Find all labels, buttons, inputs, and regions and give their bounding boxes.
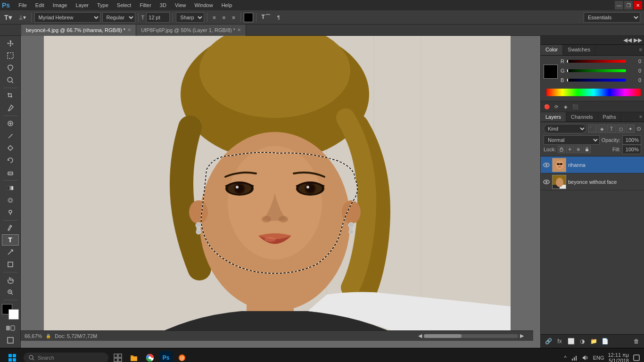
layer-rihanna-visibility[interactable] [543, 161, 550, 169]
new-group-btn[interactable]: 📁 [589, 337, 598, 346]
char-panel-btn[interactable]: ¶ [275, 13, 282, 22]
font-style-select[interactable]: Regular [102, 12, 135, 23]
tab-beyonce[interactable]: beyoncé-4.jpg @ 66.7% (rihanna, RGB/8) *… [21, 25, 136, 36]
start-button[interactable] [4, 349, 21, 362]
opacity-input[interactable] [622, 135, 641, 145]
align-right-btn[interactable]: ≡ [230, 13, 237, 22]
tab-second[interactable]: UfP8Fq6P.jpg @ 50% (Layer 1, RGB/8) * ✕ [136, 25, 246, 36]
menu-type[interactable]: Type [93, 1, 112, 9]
menu-edit[interactable]: Edit [32, 1, 48, 9]
lock-all-icon[interactable] [583, 146, 591, 153]
adjustment-icon[interactable]: ◈ [561, 102, 570, 111]
gradient-tool[interactable] [2, 182, 19, 194]
text-color-swatch[interactable] [244, 13, 253, 22]
dodge-tool[interactable] [2, 207, 19, 218]
layer-beyonce-visibility[interactable] [543, 178, 550, 186]
filter-shape-icon[interactable]: ◻ [617, 124, 625, 133]
menu-layer[interactable]: Layer [72, 1, 92, 9]
add-style-btn[interactable]: fx [555, 337, 564, 346]
taskview-btn[interactable] [111, 351, 124, 362]
lock-pixels-icon[interactable] [558, 146, 565, 153]
collapse-panel-icon[interactable]: ▶▶ [634, 37, 642, 43]
color-panel-menu[interactable]: ≡ [637, 45, 644, 55]
link-layers-btn[interactable]: 🔗 [544, 337, 553, 346]
taskbar-expand-icon[interactable]: ^ [564, 355, 566, 361]
filter-toggle[interactable]: ⊙ [636, 125, 641, 132]
layers-kind-select[interactable]: Kind [544, 124, 586, 133]
workspace-select[interactable]: Essentials [584, 12, 640, 23]
layer-item-beyonce[interactable]: beyonce without face [541, 173, 644, 190]
taskbar-other-icon[interactable]: @ [175, 351, 189, 362]
delete-layer-btn[interactable]: 🗑 [632, 337, 641, 346]
restore-button[interactable]: ❐ [624, 1, 633, 9]
layer-item-rihanna[interactable]: rihanna [541, 156, 644, 173]
tab-beyonce-close[interactable]: ✕ [127, 27, 131, 33]
clone-stamp-tool[interactable] [2, 142, 19, 154]
spot-healing-tool[interactable] [2, 118, 19, 129]
path-selection-tool[interactable] [2, 247, 19, 258]
layers-panel-menu[interactable]: ≡ [637, 112, 644, 122]
filter-pixel-icon[interactable]: ⬛ [588, 124, 597, 133]
zoom-tool[interactable] [2, 287, 19, 298]
nav-left-icon[interactable]: ◀ [418, 333, 422, 339]
menu-filter[interactable]: Filter [136, 1, 155, 9]
filter-adjust-icon[interactable]: ◈ [598, 124, 606, 133]
colorize-icon[interactable]: 🔴 [543, 102, 551, 111]
taskbar-search[interactable]: Search [24, 353, 108, 362]
type-tool-option[interactable]: T▾ [2, 12, 14, 23]
3d-rotate-icon[interactable]: ⟳ [552, 102, 561, 111]
lock-position-icon[interactable]: ✛ [566, 146, 574, 153]
blue-slider[interactable] [567, 79, 626, 82]
move-tool[interactable] [2, 38, 19, 49]
nav-right-icon[interactable]: ▶ [520, 333, 524, 339]
tab-color[interactable]: Color [541, 45, 563, 55]
shape-tool[interactable] [2, 259, 19, 270]
eyedropper-tool[interactable] [2, 102, 19, 114]
chrome-btn[interactable] [143, 351, 157, 362]
menu-view[interactable]: View [171, 1, 190, 9]
color-spectrum[interactable] [546, 89, 641, 96]
filter-smart-icon[interactable]: ✦ [626, 124, 635, 133]
anti-alias-select[interactable]: Sharp [176, 12, 204, 23]
green-slider[interactable] [567, 69, 626, 72]
type-tool[interactable]: T [2, 234, 19, 246]
red-slider[interactable] [567, 60, 626, 63]
menu-image[interactable]: Image [49, 1, 71, 9]
tab-second-close[interactable]: ✕ [237, 27, 241, 33]
tab-paths[interactable]: Paths [598, 112, 621, 122]
canvas[interactable] [44, 36, 511, 341]
filter-type-icon[interactable]: T [607, 124, 616, 133]
menu-file[interactable]: File [15, 1, 31, 9]
expand-panel-icon[interactable]: ◀◀ [623, 37, 632, 43]
font-size-input[interactable] [146, 12, 170, 23]
lasso-tool[interactable] [2, 62, 19, 74]
quick-mask-btn[interactable] [2, 322, 19, 334]
menu-select[interactable]: Select [113, 1, 135, 9]
lock-artboard-icon[interactable]: ⊕ [575, 146, 582, 153]
history-brush-tool[interactable] [2, 155, 19, 166]
h-scrollbar-thumb[interactable] [424, 334, 518, 338]
align-center-btn[interactable]: ≡ [220, 13, 228, 22]
mask-icon[interactable]: ⬛ [571, 102, 579, 111]
brush-tool[interactable] [2, 130, 19, 141]
close-button[interactable]: ✕ [634, 1, 642, 9]
hand-tool[interactable] [2, 274, 19, 286]
tab-swatches[interactable]: Swatches [563, 45, 595, 55]
blur-tool[interactable] [2, 195, 19, 206]
add-mask-btn[interactable]: ⬜ [566, 337, 576, 346]
warped-text-btn[interactable]: T⌒ [259, 12, 273, 23]
pen-tool[interactable] [2, 222, 19, 233]
screen-mode-btn[interactable] [2, 335, 19, 346]
blend-mode-select[interactable]: Normal [544, 135, 600, 145]
menu-window[interactable]: Window [191, 1, 217, 9]
minimize-button[interactable]: — [615, 1, 623, 9]
photoshop-taskbar-btn[interactable]: Ps [159, 351, 173, 362]
fill-input[interactable] [622, 145, 641, 154]
color-preview-fg[interactable] [544, 65, 558, 79]
align-left-btn[interactable]: ≡ [210, 13, 218, 22]
menu-help[interactable]: Help [218, 1, 236, 9]
quick-selection-tool[interactable] [2, 74, 19, 86]
menu-3d[interactable]: 3D [156, 1, 170, 9]
canvas-container[interactable] [21, 36, 533, 341]
new-layer-btn[interactable]: 📄 [600, 337, 610, 346]
